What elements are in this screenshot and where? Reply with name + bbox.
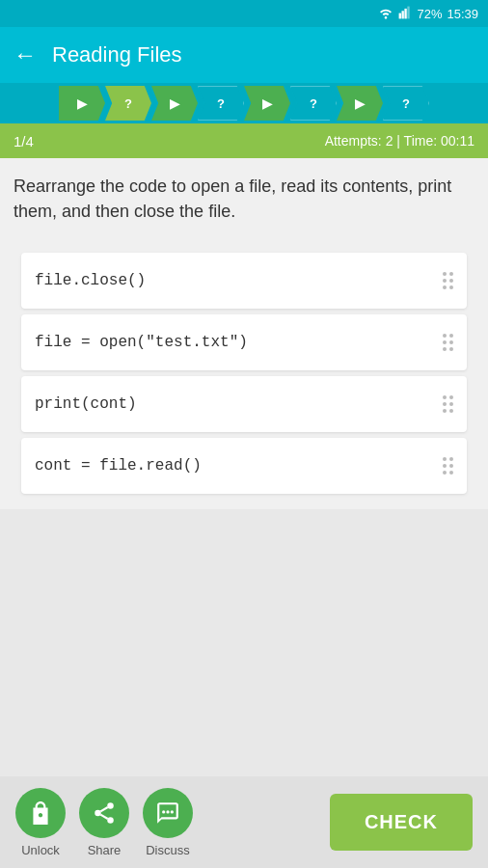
app-bar: ← Reading Files [0,27,488,83]
discuss-icon-circle [143,788,193,838]
step-arrow-8[interactable]: ? [383,86,429,121]
drag-handle-2[interactable] [443,334,453,351]
code-text-1: file.close() [35,272,146,289]
code-item-4[interactable]: cont = file.read() [21,438,467,494]
svg-rect-3 [408,6,410,18]
svg-point-11 [171,810,174,813]
step-arrow-5[interactable]: ▶ [244,86,290,121]
step-arrow-1[interactable]: ▶ [59,86,105,121]
step-1[interactable]: ▶ [59,86,105,121]
unlock-label: Unlock [21,843,60,857]
battery-text: 72% [417,7,442,21]
code-text-2: file = open("test.txt") [35,334,248,351]
svg-point-6 [107,817,114,824]
step-arrow-2[interactable]: ? [105,86,151,121]
drag-handle-4[interactable] [443,457,453,475]
svg-line-8 [100,807,107,811]
status-bar: 72% 15:39 [0,0,488,27]
svg-point-10 [166,810,169,813]
step-8[interactable]: ? [383,86,429,121]
step-4[interactable]: ? [198,86,244,121]
drag-handle-3[interactable] [443,395,453,413]
drag-handle-1[interactable] [443,272,453,289]
svg-rect-2 [405,8,407,18]
svg-point-5 [95,809,101,816]
discuss-label: Discuss [146,843,190,857]
code-item-2[interactable]: file = open("test.txt") [21,314,467,370]
step-arrow-7[interactable]: ▶ [337,86,383,121]
question-text: Rearrange the code to open a file, read … [14,174,474,224]
code-text-3: print(cont) [35,395,137,413]
share-button[interactable]: Share [79,788,129,857]
bottom-actions: Unlock Share [15,788,193,857]
svg-rect-0 [399,13,401,18]
code-text-4: cont = file.read() [35,457,202,475]
code-list: file.close() file = open("test.txt") pri… [14,253,474,494]
svg-rect-1 [402,11,404,18]
progress-steps: ▶ ? ▶ ? ▶ ? ▶ ? [0,83,488,123]
svg-line-7 [100,814,107,818]
step-3[interactable]: ▶ [151,86,198,121]
code-item-3[interactable]: print(cont) [21,376,467,432]
wifi-icon [378,6,393,22]
content-area: Rearrange the code to open a file, read … [0,158,488,509]
svg-point-4 [107,802,114,809]
signal-icon [398,6,412,22]
check-button[interactable]: CHECK [330,794,473,851]
code-item-1[interactable]: file.close() [21,253,467,309]
discuss-button[interactable]: Discuss [143,788,193,857]
subheader: 1/4 Attempts: 2 | Time: 00:11 [0,123,488,158]
bottom-bar: Unlock Share [0,776,488,868]
stats-display: Attempts: 2 | Time: 00:11 [325,133,474,149]
svg-point-9 [162,810,165,813]
time-display: 15:39 [447,7,478,21]
step-6[interactable]: ? [290,86,337,121]
step-7[interactable]: ▶ [337,86,383,121]
step-arrow-4[interactable]: ? [198,86,244,121]
step-arrow-3[interactable]: ▶ [151,86,198,121]
share-label: Share [88,843,122,857]
step-2[interactable]: ? [105,86,151,121]
progress-indicator: 1/4 [14,133,34,149]
step-arrow-6[interactable]: ? [290,86,337,121]
unlock-button[interactable]: Unlock [15,788,66,857]
share-icon-circle [79,788,129,838]
status-icons: 72% 15:39 [378,6,478,22]
back-button[interactable]: ← [14,41,37,68]
unlock-icon-circle [15,788,66,838]
step-5[interactable]: ▶ [244,86,290,121]
app-title: Reading Files [52,42,182,68]
